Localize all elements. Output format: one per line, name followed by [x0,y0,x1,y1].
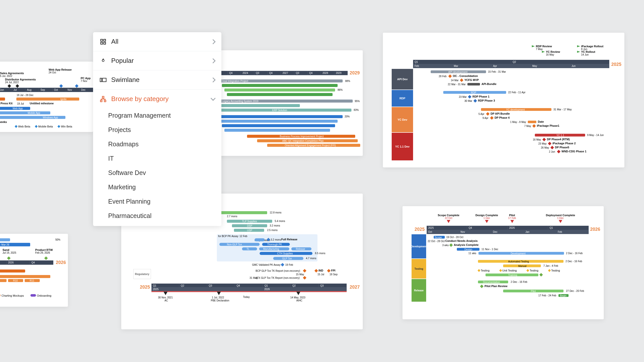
svg-rect-3 [104,42,106,44]
svg-rect-1 [104,39,106,41]
grid-icon [100,38,107,45]
svg-rect-0 [101,39,103,41]
category-pharmaceutical[interactable]: Pharmaceutical [93,209,221,226]
category-marketing[interactable]: Marketing [93,180,221,194]
category-software-dev[interactable]: Software Dev [93,166,221,180]
svg-rect-6 [102,96,104,98]
template-thumb-dev-swimlane[interactable]: Scope Complete 22 Oct Design Complete 1 … [403,206,604,319]
panel-label: Swimlane [111,76,207,84]
panel-item-browse[interactable]: Browse by category [93,89,221,108]
category-program-management[interactable]: Program Management [93,108,221,123]
svg-rect-8 [104,100,106,102]
category-it[interactable]: IT [93,151,221,166]
swimlane-icon [100,76,107,83]
svg-rect-4 [100,78,102,82]
svg-rect-7 [100,100,102,102]
flame-icon [100,57,107,64]
panel-item-swimlane[interactable]: Swimlane [93,70,221,89]
hierarchy-icon [100,96,107,103]
svg-rect-2 [101,42,103,44]
chevron-down-icon [211,96,216,101]
panel-item-all[interactable]: All [93,32,221,51]
panel-label: Popular [111,57,207,65]
category-event-planning[interactable]: Event Planning [93,194,221,209]
panel-item-popular[interactable]: Popular [93,51,221,70]
chevron-right-icon [211,39,216,44]
panel-label: Browse by category [111,95,207,103]
category-panel: All Popular Swimlane Browse by category [93,32,221,226]
svg-rect-5 [102,78,106,82]
chevron-right-icon [211,58,216,63]
category-roadmaps[interactable]: Roadmaps [93,137,221,151]
category-projects[interactable]: Projects [93,123,221,137]
template-thumb-swimlane-dev[interactable]: RDP Review 7 May YC Review 16 May iPacka… [383,33,624,167]
template-thumb-release[interactable]: 50% Jul 18 - Mar 26 Sand Jul 19, 2025 Pr… [0,234,68,307]
chevron-right-icon [211,77,216,82]
template-thumb-marketing[interactable]: Sales Agreements 5 Jul, 2022 Distributor… [0,62,93,132]
panel-label: All [111,38,207,46]
